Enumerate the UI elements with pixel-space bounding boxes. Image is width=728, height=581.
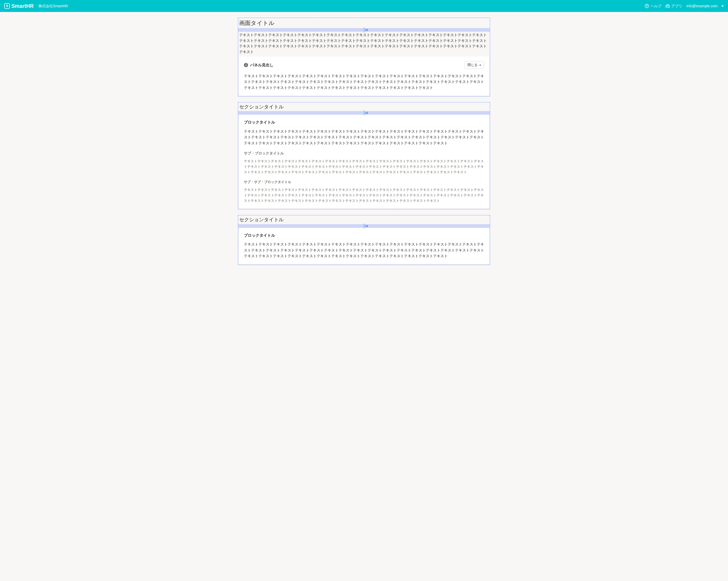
- info-icon: [244, 63, 248, 67]
- chevron-down-icon: [721, 5, 724, 7]
- help-label: ヘルプ: [651, 3, 661, 9]
- sub-block-title: サブ・ブロックタイトル: [244, 151, 484, 156]
- panel-close-label: 閉じる: [467, 63, 477, 67]
- panel-header: パネル見出し 閉じる: [244, 61, 484, 69]
- spacing-value: 16: [365, 111, 368, 115]
- info-panel: パネル見出し 閉じる テキストテキストテキストテキストテキストテキストテキストテ…: [239, 56, 489, 96]
- block-title: ブロックタイトル: [244, 119, 484, 125]
- toolbox-icon: [666, 4, 670, 8]
- brand-name: SmartHR: [11, 2, 34, 10]
- content-card: ブロックタイトル テキストテキストテキストテキストテキストテキストテキストテキス…: [239, 228, 489, 264]
- apps-link[interactable]: アプリ: [666, 3, 682, 9]
- account-email: info@example.com: [686, 3, 718, 9]
- content-card: ブロックタイトル テキストテキストテキストテキストテキストテキストテキストテキス…: [239, 115, 489, 208]
- block-text: テキストテキストテキストテキストテキストテキストテキストテキストテキストテキスト…: [244, 241, 484, 259]
- tenant-name: 株式会社SmartHR: [38, 3, 68, 9]
- brand-logo-mark: S: [4, 3, 10, 9]
- spacing-indicator: 16: [238, 28, 490, 32]
- spacing-value: 16: [365, 224, 368, 228]
- svg-point-4: [246, 64, 246, 64]
- spacing-indicator: 16: [238, 111, 490, 115]
- screen-title-region: 画面タイトル 16 テキストテキストテキストテキストテキストテキストテキストテキ…: [238, 18, 490, 97]
- spacing-value: 16: [365, 28, 368, 32]
- help-icon: [645, 4, 649, 8]
- sub-sub-block-title: サブ・サブ・ブロックタイトル: [244, 179, 484, 185]
- block-title: ブロックタイトル: [244, 232, 484, 238]
- section-title: セクションタイトル: [238, 215, 490, 224]
- brand-logo[interactable]: S SmartHR: [4, 2, 34, 10]
- panel-heading: パネル見出し: [250, 62, 463, 68]
- account-menu[interactable]: info@example.com: [686, 3, 724, 9]
- app-header: S SmartHR 株式会社SmartHR ヘルプ アプリ info@examp…: [0, 0, 728, 12]
- sub-sub-block-text: テキストテキストテキストテキストテキストテキストテキストテキストテキストテキスト…: [244, 187, 484, 203]
- sub-block-text: テキストテキストテキストテキストテキストテキストテキストテキストテキストテキスト…: [244, 159, 484, 175]
- spacing-indicator: 16: [238, 224, 490, 228]
- section-region: セクションタイトル 16 ブロックタイトル テキストテキストテキストテキストテキ…: [238, 102, 490, 209]
- svg-rect-3: [246, 65, 246, 66]
- screen-title: 画面タイトル: [238, 18, 490, 28]
- section-title: セクションタイトル: [238, 102, 490, 111]
- section-region: セクションタイトル 16 ブロックタイトル テキストテキストテキストテキストテキ…: [238, 215, 490, 265]
- help-link[interactable]: ヘルプ: [645, 3, 661, 9]
- svg-point-1: [647, 7, 647, 7]
- apps-label: アプリ: [671, 3, 682, 9]
- block-text: テキストテキストテキストテキストテキストテキストテキストテキストテキストテキスト…: [244, 128, 484, 146]
- panel-body: テキストテキストテキストテキストテキストテキストテキストテキストテキストテキスト…: [244, 73, 484, 91]
- chevron-up-icon: [479, 64, 481, 66]
- panel-close-button[interactable]: 閉じる: [465, 61, 484, 69]
- screen-lead-text: テキストテキストテキストテキストテキストテキストテキストテキストテキストテキスト…: [238, 32, 490, 56]
